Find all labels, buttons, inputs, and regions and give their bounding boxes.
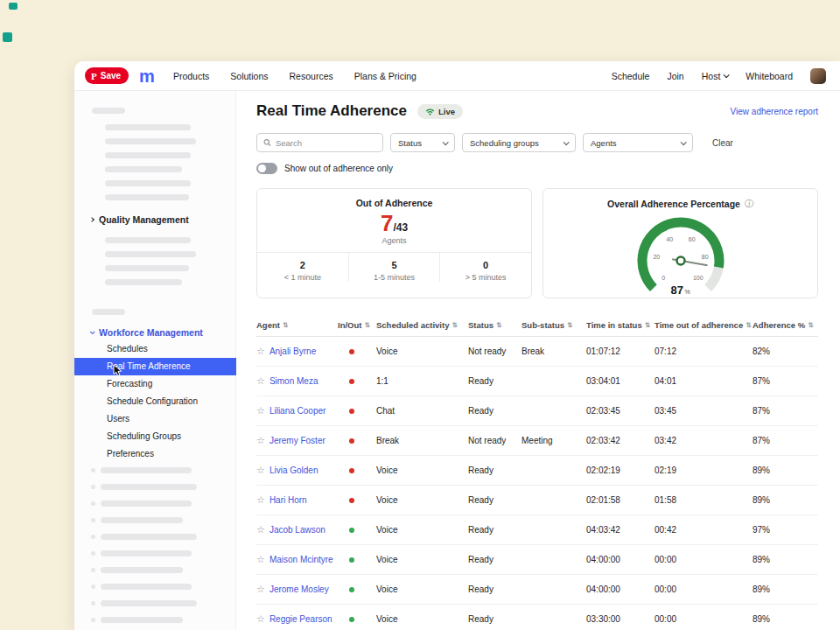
agent-link[interactable]: Jeremy Foster: [270, 436, 326, 445]
agent-table-body: ☆ Anjali Byrne Voice Not ready Break 01:…: [256, 337, 818, 630]
inout-cell: [338, 436, 376, 445]
scheduled-activity-cell: Voice: [376, 614, 468, 624]
star-icon[interactable]: ☆: [256, 613, 265, 625]
table-row[interactable]: ☆ Jerome Mosley Voice Ready 04:00:00 00:…: [256, 575, 818, 605]
inout-status-dot: [349, 349, 354, 354]
out-of-adherence-toggle[interactable]: [256, 163, 277, 174]
scheduling-groups-value: Scheduling groups: [470, 138, 539, 148]
sidebar-item-schedules[interactable]: Schedules: [74, 340, 236, 358]
chevron-down-icon: [443, 139, 449, 145]
agents-dropdown[interactable]: Agents: [583, 133, 693, 152]
search-box[interactable]: [256, 133, 383, 152]
overall-adherence-title: Overall Adherence Percentage ⓘ: [543, 198, 817, 210]
col-header-status[interactable]: Status⇅: [468, 320, 522, 330]
skeleton-line: [101, 500, 192, 507]
out-of-adherence-title: Out of Adherence: [257, 198, 531, 208]
table-row[interactable]: ☆ Liliana Cooper Chat Ready 02:03:45 03:…: [256, 396, 818, 426]
time-out-of-adherence-cell: 00:00: [654, 555, 752, 564]
star-icon[interactable]: ☆: [256, 405, 265, 416]
sidebar-item-users[interactable]: Users: [74, 410, 236, 428]
skeleton-line: [105, 180, 191, 186]
search-input[interactable]: [276, 138, 376, 148]
col-header-adherence-pct[interactable]: Adherence %⇅: [752, 320, 818, 330]
star-icon[interactable]: ☆: [256, 346, 265, 357]
agent-link[interactable]: Anjali Byrne: [270, 346, 316, 356]
nav-item-solutions[interactable]: Solutions: [230, 71, 268, 81]
inout-status-dot: [349, 498, 354, 503]
sidebar-item-preferences[interactable]: Preferences: [74, 445, 236, 463]
status-cell: Not ready: [468, 346, 522, 356]
table-row[interactable]: ☆ Reggie Pearson Voice Ready 03:30:00 00…: [256, 605, 818, 630]
scheduling-groups-dropdown[interactable]: Scheduling groups: [462, 133, 576, 152]
sidebar-item-forecasting[interactable]: Forecasting: [74, 375, 236, 393]
nav-item-products[interactable]: Products: [173, 71, 209, 81]
view-adherence-report-link[interactable]: View adherence report: [731, 107, 818, 116]
skeleton-bullet: [91, 618, 95, 622]
agent-link[interactable]: Hari Horn: [270, 495, 307, 505]
nav-item-plans-pricing[interactable]: Plans & Pricing: [354, 71, 416, 81]
col-header-time-out-of-adherence[interactable]: Time out of adherence⇅: [654, 320, 752, 330]
miro-logo[interactable]: m: [139, 67, 154, 85]
table-row[interactable]: ☆ Anjali Byrne Voice Not ready Break 01:…: [256, 337, 818, 367]
nav-item-whiteboard[interactable]: Whiteboard: [746, 71, 793, 81]
info-icon[interactable]: ⓘ: [745, 198, 753, 210]
sidebar-item-workforce-management[interactable]: Workforce Management: [90, 327, 203, 338]
table-row[interactable]: ☆ Livia Golden Voice Ready 02:02:19 02:1…: [256, 456, 818, 486]
sidebar-item-real-time-adherence[interactable]: Real Time Adherence: [74, 358, 236, 375]
sidebar-item-scheduling-groups[interactable]: Scheduling Groups: [74, 428, 236, 445]
agent-link[interactable]: Jacob Lawson: [270, 525, 326, 535]
gauge-tick-label: 40: [666, 236, 673, 242]
table-row[interactable]: ☆ Hari Horn Voice Ready 02:01:58 01:58 8…: [256, 486, 818, 515]
user-avatar[interactable]: [810, 68, 826, 84]
status-cell: Ready: [468, 376, 522, 386]
skeleton-line: [105, 265, 189, 271]
status-dropdown[interactable]: Status: [390, 133, 455, 152]
table-row[interactable]: ☆ Jeremy Foster Break Not ready Meeting …: [256, 426, 818, 456]
agent-link[interactable]: Maison Mcintyre: [270, 555, 333, 564]
nav-item-schedule[interactable]: Schedule: [612, 71, 650, 81]
time-in-status-cell: 04:00:00: [586, 555, 654, 564]
nav-left-group: Products Solutions Resources Plans & Pri…: [173, 71, 416, 81]
star-icon[interactable]: ☆: [256, 375, 265, 387]
agent-link[interactable]: Jerome Mosley: [270, 584, 329, 594]
table-row[interactable]: ☆ Simon Meza 1:1 Ready 03:04:01 04:01 87…: [256, 367, 818, 396]
star-icon[interactable]: ☆: [256, 435, 265, 446]
nav-item-join[interactable]: Join: [667, 71, 683, 81]
scheduled-activity-cell: Voice: [376, 584, 468, 594]
inout-cell: [338, 584, 376, 594]
star-icon[interactable]: ☆: [256, 494, 265, 506]
agents-table: Agent⇅ In/Out⇅ Scheduled activity⇅ Statu…: [256, 314, 818, 630]
col-header-agent[interactable]: Agent⇅: [256, 320, 338, 330]
pinterest-save-button[interactable]: P Save: [85, 67, 129, 84]
gauge-wrap: 020406080100 87 %: [543, 210, 817, 298]
col-header-label: Adherence %: [752, 320, 805, 330]
nav-item-resources[interactable]: Resources: [290, 71, 333, 81]
time-out-of-adherence-cell: 03:42: [654, 436, 752, 445]
sidebar-item-quality-management[interactable]: Quality Management: [90, 214, 189, 225]
agent-link[interactable]: Livia Golden: [270, 466, 318, 475]
time-in-status-cell: 02:03:45: [586, 406, 654, 416]
col-header-scheduled-activity[interactable]: Scheduled activity⇅: [376, 320, 468, 330]
star-icon[interactable]: ☆: [256, 524, 265, 536]
star-icon[interactable]: ☆: [256, 465, 265, 476]
sidebar-item-schedule-configuration[interactable]: Schedule Configuration: [74, 393, 236, 410]
agent-link[interactable]: Reggie Pearson: [270, 614, 332, 624]
agent-link[interactable]: Liliana Cooper: [270, 406, 326, 416]
sidebar-item-label: Schedules: [107, 344, 148, 354]
skeleton-line: [105, 251, 196, 257]
table-row[interactable]: ☆ Jacob Lawson Voice Ready 04:03:42 00:4…: [256, 515, 818, 545]
time-in-status-cell: 02:03:42: [586, 436, 654, 445]
clear-filters-button[interactable]: Clear: [712, 138, 733, 148]
col-header-sub-status[interactable]: Sub-status⇅: [522, 320, 586, 330]
time-out-of-adherence-cell: 00:00: [654, 614, 752, 624]
star-icon[interactable]: ☆: [256, 584, 265, 595]
star-icon[interactable]: ☆: [256, 554, 265, 565]
agent-link[interactable]: Simon Meza: [270, 376, 318, 386]
live-badge-label: Live: [438, 107, 455, 116]
col-header-inout[interactable]: In/Out⇅: [338, 320, 376, 330]
col-header-time-in-status[interactable]: Time in status⇅: [586, 320, 654, 330]
table-row[interactable]: ☆ Maison Mcintyre Voice Ready 04:00:00 0…: [256, 545, 818, 575]
nav-item-host[interactable]: Host: [702, 71, 729, 81]
skeleton-bullet: [91, 584, 95, 589]
skeleton-bullet: [91, 485, 95, 489]
